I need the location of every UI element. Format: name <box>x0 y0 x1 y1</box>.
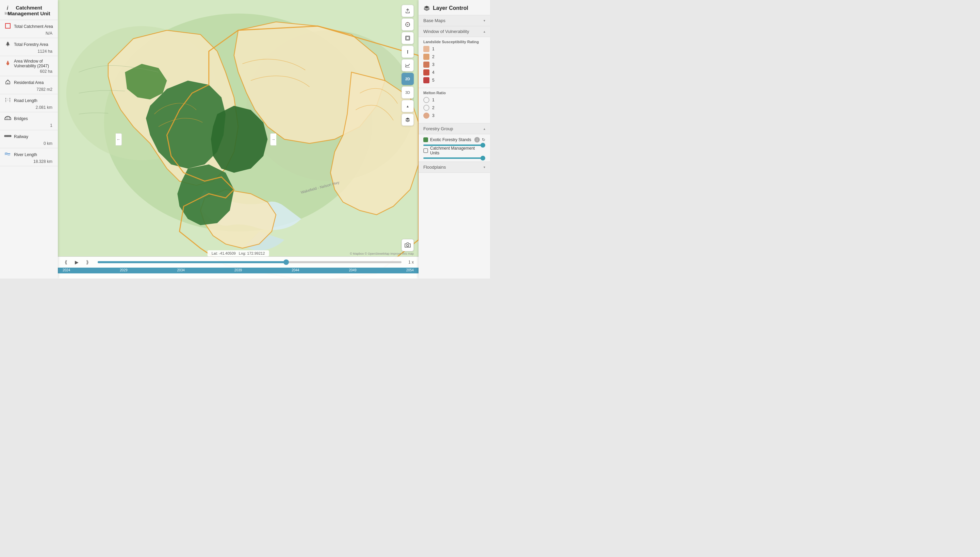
stat-value-residential-area: 7282 m2 <box>4 87 54 92</box>
3d-button[interactable]: 3D <box>402 86 414 99</box>
legend-item: 2 <box>423 54 485 60</box>
frame-icon <box>405 35 410 41</box>
lng-label: Lng: <box>239 251 246 256</box>
legend-value: 2 <box>432 106 434 110</box>
red-square-icon <box>4 23 11 30</box>
legend-swatch <box>423 54 430 60</box>
stat-item-area-window-vulnerability: Area Window of Vulnerability (2047) 602 … <box>0 56 58 76</box>
section-header-window-of-vulnerability[interactable]: Window of Vulnerability ▴ <box>418 26 490 37</box>
stat-item-bridges: Bridges 1 <box>0 112 58 130</box>
layer-dot-exotic-forestry-stands <box>423 137 428 142</box>
stat-value-total-catchment-area: N/A <box>4 31 54 36</box>
collapse-icon: ▲ <box>406 104 409 108</box>
legend-group-title: Melton Ratio <box>423 91 485 95</box>
skip-forward-button[interactable]: ⟫ <box>84 259 91 265</box>
legend-item: 5 <box>423 77 485 83</box>
layer-stack-button[interactable] <box>402 114 414 126</box>
left-panel-toggle[interactable]: ← <box>116 133 122 145</box>
coordinates-bar: Lat: -41.40509 Lng: 172.99212 <box>207 250 269 256</box>
right-panel-label: Layer Control <box>433 5 468 11</box>
stat-name-residential-area: Residential Area <box>14 80 44 85</box>
svg-point-10 <box>407 24 408 25</box>
left-panel: i Info Catchment Management Unit Total C… <box>0 0 58 278</box>
layer-slider-fill <box>423 145 485 146</box>
compass-button[interactable] <box>402 18 414 31</box>
legend-group-title: Landslide Susceptibility Rating <box>423 40 485 44</box>
timeline-year: 2054 <box>406 268 414 272</box>
timeline-year: 2049 <box>349 268 356 272</box>
legend-section-landslide-susceptibility-rating: Landslide Susceptibility Rating 1 2 3 4 <box>418 37 490 88</box>
stat-value-road-length: 2.081 km <box>4 105 54 110</box>
compass-icon <box>405 22 410 27</box>
skip-back-button[interactable]: ⟪ <box>63 259 69 265</box>
lng-value: 172.99212 <box>247 251 265 256</box>
map-container[interactable]: Wakefield - Nelson Hwy Wakati ← → <box>58 0 418 278</box>
stat-name-area-window-vulnerability: Area Window of Vulnerability (2047) <box>14 59 54 68</box>
right-panel-title: Layer Control <box>418 0 490 15</box>
stat-value-river-length: 18.328 km <box>4 159 54 164</box>
2d-label: 2D <box>405 77 410 81</box>
share-button[interactable] <box>402 5 414 17</box>
legend-item: 2 <box>423 105 485 111</box>
camera-button[interactable] <box>402 239 414 251</box>
layer-slider-catchment-management-units[interactable] <box>423 158 485 159</box>
legend-value: 2 <box>432 54 434 59</box>
section-header-forestry-group[interactable]: Forestry Group ▴ <box>418 124 490 134</box>
stat-item-road-length: Road Length 2.081 km <box>0 94 58 112</box>
right-panel-toggle[interactable]: → <box>270 133 276 145</box>
legend-item: 3 <box>423 112 485 119</box>
layers-rect-button[interactable] <box>402 32 414 44</box>
layers-icon <box>423 5 430 11</box>
section-header-floodplains[interactable]: Floodplains ▾ <box>418 162 490 173</box>
stat-item-railway: Railway 0 km <box>0 130 58 148</box>
layer-item-catchment-management-units: Catchment Management Units <box>423 146 485 159</box>
right-panel: Layer Control Base Maps ▾ Window of Vuln… <box>418 0 490 278</box>
timeline-year: 2039 <box>234 268 242 272</box>
legend-item: 1 <box>423 46 485 52</box>
legend-item: 1 <box>423 97 485 103</box>
right-arrow-icon: → <box>271 137 276 142</box>
stat-item-total-forestry-area: Total Forestry Area 1124 ha <box>0 38 58 56</box>
timeline-year: 2029 <box>120 268 127 272</box>
chevron-window-of-vulnerability: ▴ <box>483 29 485 33</box>
timeline-year: 2024 <box>63 268 70 272</box>
stat-name-road-length: Road Length <box>14 98 38 103</box>
stat-item-river-length: River Length 18.328 km <box>0 148 58 166</box>
section-header-base-maps[interactable]: Base Maps ▾ <box>418 15 490 26</box>
play-button[interactable]: ▶ <box>73 259 81 265</box>
timeline-thumb[interactable] <box>283 259 289 265</box>
layer-slider-fill <box>423 158 485 159</box>
legend-swatch <box>423 46 430 52</box>
legend-value: 5 <box>432 78 434 83</box>
section-label-window-of-vulnerability: Window of Vulnerability <box>423 29 469 34</box>
timeline-track[interactable] <box>98 261 402 263</box>
stat-name-total-catchment-area: Total Catchment Area <box>14 24 53 29</box>
layer-refresh-exotic-forestry-stands[interactable]: ↻ <box>482 137 485 142</box>
map-svg: Wakefield - Nelson Hwy Wakati <box>58 0 418 278</box>
layer-checkbox-catchment-management-units[interactable] <box>423 148 428 153</box>
chart-button[interactable] <box>402 59 414 72</box>
layer-slider-thumb[interactable] <box>480 143 485 148</box>
layer-section-forestry-group: Exotic Forestry Stands i↻ Catchment Mana… <box>418 134 490 162</box>
stat-item-total-catchment-area: Total Catchment Area N/A <box>0 20 58 38</box>
collapse-button[interactable]: ▲ <box>402 100 414 112</box>
info-point-button[interactable] <box>402 46 414 58</box>
2d-button[interactable]: 2D <box>402 73 414 85</box>
layer-slider-exotic-forestry-stands[interactable] <box>423 145 485 146</box>
legend-swatch-circle <box>423 97 430 103</box>
section-label-base-maps: Base Maps <box>423 18 446 23</box>
layer-slider-thumb[interactable] <box>480 156 485 161</box>
info-point-icon <box>405 49 410 54</box>
svg-point-14 <box>407 244 409 246</box>
chevron-forestry-group: ▴ <box>483 127 485 130</box>
timeline-controls: ⟪ ▶ ⟫ 1 x <box>58 257 418 268</box>
info-button[interactable]: i Info <box>2 2 14 19</box>
chart-icon <box>405 63 410 68</box>
legend-value: 1 <box>432 47 434 51</box>
lat-label: Lat: <box>212 251 218 256</box>
layer-stack-icon <box>405 117 410 122</box>
layer-info-exotic-forestry-stands[interactable]: i <box>474 137 480 142</box>
stats-container: Total Catchment Area N/A Total Forestry … <box>0 20 58 166</box>
legend-value: 4 <box>432 70 434 75</box>
legend-swatch-circle <box>423 105 430 111</box>
